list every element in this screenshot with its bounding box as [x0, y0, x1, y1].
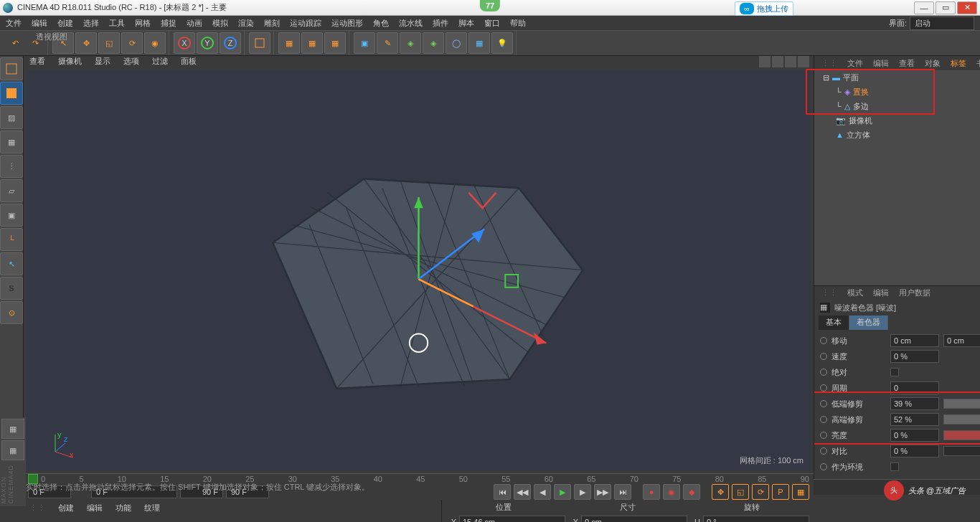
goto-start[interactable]: ⏮ — [494, 484, 511, 500]
om-view[interactable]: 查看 — [899, 58, 915, 69]
rotate-tool[interactable]: ⟳ — [121, 32, 143, 54]
contrast-input[interactable] — [890, 445, 939, 457]
y-axis-lock[interactable]: Y — [197, 32, 218, 54]
mat-texture[interactable]: 纹理 — [144, 503, 160, 513]
size-x[interactable] — [581, 516, 687, 522]
workplane-snap[interactable]: ⊙ — [0, 301, 23, 324]
goto-end[interactable]: ⏭ — [614, 484, 631, 500]
contrast-slider[interactable] — [943, 446, 980, 456]
key-param[interactable]: P — [772, 484, 789, 500]
menu-mograph[interactable]: 运动图形 — [331, 18, 363, 29]
menu-help[interactable]: 帮助 — [510, 18, 526, 29]
render-settings[interactable]: ▦ — [324, 32, 346, 54]
menu-simulate[interactable]: 模拟 — [212, 18, 228, 29]
om-edit[interactable]: 编辑 — [873, 58, 889, 69]
render-region[interactable]: ▦ — [301, 32, 323, 54]
structure-icon[interactable]: ▦ — [1, 419, 24, 439]
vp-nav-rotate[interactable] — [785, 56, 796, 67]
vp-view[interactable]: 查看 — [29, 56, 45, 67]
vp-display[interactable]: 显示 — [95, 56, 110, 67]
snap-toggle[interactable]: S — [0, 277, 23, 300]
attr-userdata[interactable]: 用户数据 — [899, 288, 930, 298]
mat-func[interactable]: 功能 — [116, 503, 131, 513]
material-panel[interactable] — [24, 516, 441, 522]
menu-character[interactable]: 角色 — [373, 18, 389, 29]
menu-edit[interactable]: 编辑 — [32, 18, 47, 29]
render-view[interactable]: ▦ — [278, 32, 300, 54]
vp-panel[interactable]: 面板 — [181, 56, 197, 67]
rot-h[interactable] — [703, 516, 809, 522]
viewport-3d[interactable]: yxz 网格间距 : 100 cm — [27, 70, 811, 470]
menu-animate[interactable]: 动画 — [187, 18, 202, 29]
absolute-checkbox[interactable] — [890, 368, 899, 376]
menu-render[interactable]: 渲染 — [238, 18, 254, 29]
move-y[interactable] — [943, 334, 980, 347]
menu-sculpt[interactable]: 雕刻 — [264, 18, 280, 29]
z-axis-lock[interactable]: Z — [220, 32, 241, 54]
last-tool[interactable]: ◉ — [144, 32, 166, 54]
keyframe-sel[interactable]: ◆ — [683, 484, 700, 500]
menu-mesh[interactable]: 网格 — [135, 18, 151, 29]
next-key[interactable]: ▶▶ — [594, 484, 611, 500]
mat-create[interactable]: 创建 — [58, 503, 74, 513]
play-button[interactable]: ▶ — [554, 484, 571, 500]
menu-select[interactable]: 选择 — [83, 18, 99, 29]
speed-input[interactable] — [890, 350, 939, 363]
prev-frame[interactable]: ◀ — [534, 484, 551, 500]
vp-cameras[interactable]: 摄像机 — [58, 56, 82, 67]
prev-key[interactable]: ◀◀ — [514, 484, 531, 500]
minimize-button[interactable]: — — [914, 1, 934, 14]
menu-window[interactable]: 窗口 — [484, 18, 500, 29]
attr-mode[interactable]: 模式 — [847, 288, 863, 298]
layers-icon[interactable]: ▦ — [1, 440, 24, 460]
close-button[interactable]: ✕ — [957, 1, 977, 14]
scale-tool[interactable]: ◱ — [98, 32, 120, 54]
key-pos[interactable]: ✥ — [712, 484, 729, 500]
brightness-slider[interactable] — [943, 430, 980, 440]
make-editable[interactable] — [0, 57, 23, 80]
menu-pipeline[interactable]: 流水线 — [399, 18, 423, 29]
workplane-mode[interactable]: ▦ — [0, 130, 23, 153]
texture-mode[interactable]: ▨ — [0, 106, 23, 129]
tweak-mode[interactable]: ↖ — [0, 252, 23, 275]
menu-create[interactable]: 创建 — [57, 18, 73, 29]
axis-mode[interactable]: └ — [0, 228, 23, 251]
vp-filter[interactable]: 过滤 — [152, 56, 168, 67]
autokey-button[interactable]: ◉ — [663, 484, 680, 500]
light-object[interactable]: 💡 — [491, 32, 513, 54]
attr-edit[interactable]: 编辑 — [873, 288, 889, 298]
record-button[interactable]: ● — [643, 484, 660, 500]
vp-options[interactable]: 选项 — [123, 56, 139, 67]
menu-tracker[interactable]: 运动跟踪 — [290, 18, 321, 29]
lowclip-slider[interactable] — [943, 399, 980, 409]
spline-primitive[interactable]: ✎ — [377, 32, 398, 54]
object-tree[interactable]: ⊟▬平面 └◈置换 └△多边 📷摄像机⊞ ▲立方体▦ — [814, 70, 980, 285]
key-scale[interactable]: ◱ — [732, 484, 749, 500]
layout-dropdown[interactable]: 启动 — [910, 16, 974, 30]
vp-nav-zoom[interactable] — [772, 56, 783, 67]
move-x[interactable] — [890, 334, 939, 347]
pos-x[interactable] — [459, 516, 565, 522]
menu-file[interactable]: 文件 — [6, 18, 22, 29]
env-checkbox[interactable] — [890, 462, 899, 471]
x-axis-lock[interactable]: X — [174, 32, 195, 54]
polygon-mode[interactable]: ▣ — [0, 204, 23, 227]
menu-snap[interactable]: 捕捉 — [161, 18, 176, 29]
environment[interactable]: ◯ — [446, 32, 467, 54]
upload-widget[interactable]: ∞ 拖拽上传 — [735, 1, 793, 16]
point-mode[interactable]: ⋮ — [0, 155, 23, 178]
cube-primitive[interactable]: ▣ — [354, 32, 375, 54]
om-file[interactable]: 文件 — [847, 58, 863, 69]
move-tool[interactable]: ✥ — [75, 32, 97, 54]
om-tags[interactable]: 标签 — [951, 58, 966, 69]
highclip-slider[interactable] — [943, 414, 980, 424]
vp-nav-move[interactable] — [759, 56, 771, 67]
vp-toggle[interactable] — [798, 56, 809, 67]
camera-object[interactable]: ▦ — [468, 32, 490, 54]
model-mode[interactable] — [0, 82, 23, 105]
undo-button[interactable]: ↶ — [6, 32, 24, 54]
generator[interactable]: ◈ — [400, 32, 421, 54]
menu-tools[interactable]: 工具 — [109, 18, 125, 29]
key-pla[interactable]: ▦ — [792, 484, 809, 500]
key-rot[interactable]: ⟳ — [752, 484, 769, 500]
